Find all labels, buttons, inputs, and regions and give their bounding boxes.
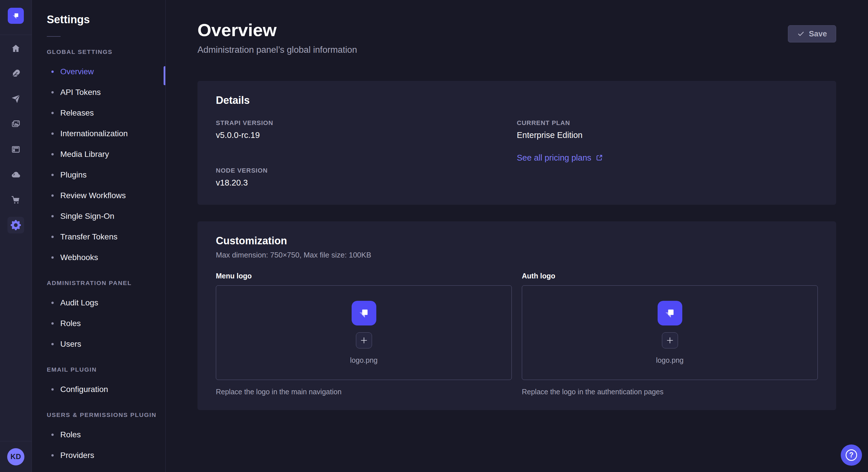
menu-logo-label: Menu logo [216, 271, 512, 280]
bullet-icon [51, 215, 54, 217]
section-label: USERS & PERMISSIONS PLUGIN [47, 411, 165, 419]
cart-icon [11, 195, 21, 205]
details-grid: STRAPI VERSION v5.0.0-rc.19 NODE VERSION… [216, 119, 818, 188]
subnav-item-api-tokens[interactable]: API Tokens [32, 82, 165, 103]
page-header-text: Overview Administration panel’s global i… [197, 21, 357, 56]
customization-subtitle: Max dimension: 750×750, Max file size: 1… [216, 250, 818, 260]
nav-cloud-button[interactable] [7, 166, 24, 183]
page-subtitle: Administration panel’s global informatio… [197, 44, 357, 56]
external-link-icon [595, 154, 603, 162]
section-global-settings: GLOBAL SETTINGS Overview API Tokens Rele… [32, 48, 165, 268]
customization-card: Customization Max dimension: 750×750, Ma… [197, 222, 836, 410]
section-email-plugin: EMAIL PLUGIN Configuration [32, 366, 165, 400]
details-right-column: CURRENT PLAN Enterprise Edition See all … [517, 119, 818, 188]
active-item-indicator [164, 66, 165, 85]
bullet-icon [51, 133, 54, 135]
strapi-logo-icon [663, 306, 677, 320]
bullet-icon [51, 256, 54, 259]
bullet-icon [51, 153, 54, 156]
page-title: Overview [197, 21, 357, 40]
section-users-permissions-plugin: USERS & PERMISSIONS PLUGIN Roles Provide… [32, 411, 165, 466]
nav-settings-button[interactable] [7, 217, 24, 233]
nav-icon-list [7, 35, 24, 242]
help-icon: ? [846, 449, 857, 461]
section-label: EMAIL PLUGIN [47, 366, 165, 373]
paper-plane-icon [11, 94, 21, 104]
bullet-icon [51, 174, 54, 176]
nav-content-manager-button[interactable] [7, 141, 24, 158]
section-label: GLOBAL SETTINGS [47, 48, 165, 56]
page-header: Overview Administration panel’s global i… [197, 21, 836, 56]
auth-logo-filename: logo.png [656, 356, 684, 365]
menu-logo-upload: Menu logo logo.png [216, 271, 512, 396]
section-label: ADMINISTRATION PANEL [47, 279, 165, 287]
auth-logo-upload: Auth logo logo.png [522, 271, 818, 396]
bullet-icon [51, 91, 54, 94]
nav-home-button[interactable] [7, 40, 24, 57]
strapi-version-field: STRAPI VERSION v5.0.0-rc.19 [216, 119, 517, 140]
home-icon [11, 43, 21, 53]
auth-logo-add-button[interactable] [662, 332, 678, 348]
nav-marketplace-button[interactable] [7, 192, 24, 208]
bullet-icon [51, 343, 54, 345]
settings-subnav: Settings GLOBAL SETTINGS Overview API To… [32, 0, 166, 472]
bullet-icon [51, 194, 54, 197]
subnav-item-webhooks[interactable]: Webhooks [32, 247, 165, 268]
strapi-logo[interactable] [8, 8, 24, 24]
details-card: Details STRAPI VERSION v5.0.0-rc.19 NODE… [197, 81, 836, 205]
subnav-item-review-workflows[interactable]: Review Workflows [32, 185, 165, 206]
subnav-item-media-library[interactable]: Media Library [32, 144, 165, 165]
plus-icon [360, 336, 368, 344]
nav-media-button[interactable] [7, 116, 24, 133]
avatar[interactable]: KD [7, 448, 24, 465]
nav-content-button[interactable] [7, 65, 24, 82]
customization-heading: Customization [216, 235, 818, 247]
bullet-icon [51, 112, 54, 114]
bullet-icon [51, 322, 54, 325]
bullet-icon [51, 71, 54, 73]
subnav-item-transfer-tokens[interactable]: Transfer Tokens [32, 227, 165, 247]
pricing-plans-link[interactable]: See all pricing plans [517, 153, 603, 163]
menu-logo-dropzone[interactable]: logo.png [216, 285, 512, 380]
feather-icon [11, 69, 21, 78]
main-content: Overview Administration panel’s global i… [166, 0, 868, 472]
subnav-item-overview[interactable]: Overview [32, 61, 165, 82]
node-version-field: NODE VERSION v18.20.3 [216, 167, 517, 188]
subnav-item-admin-roles[interactable]: Roles [32, 313, 165, 334]
strapi-logo-icon [11, 11, 21, 21]
help-button[interactable]: ? [841, 444, 862, 466]
subnav-title: Settings [47, 12, 165, 26]
nav-footer: KD [0, 441, 32, 472]
check-icon [797, 30, 805, 38]
bullet-icon [51, 236, 54, 238]
details-left-column: STRAPI VERSION v5.0.0-rc.19 NODE VERSION… [216, 119, 517, 188]
plus-icon [666, 336, 674, 344]
auth-logo-hint: Replace the logo in the authentication p… [522, 387, 818, 396]
customization-grid: Menu logo logo.png [216, 271, 818, 396]
auth-logo-dropzone[interactable]: logo.png [522, 285, 818, 380]
current-plan-field: CURRENT PLAN Enterprise Edition [517, 119, 818, 140]
bullet-icon [51, 388, 54, 391]
details-heading: Details [216, 94, 818, 107]
bullet-icon [51, 302, 54, 304]
subnav-item-up-providers[interactable]: Providers [32, 445, 165, 466]
menu-logo-add-button[interactable] [356, 332, 372, 348]
cloud-icon [11, 169, 21, 180]
save-button[interactable]: Save [788, 25, 836, 42]
subnav-item-email-configuration[interactable]: Configuration [32, 379, 165, 400]
nav-releases-button[interactable] [7, 91, 24, 107]
main-nav: KD [0, 0, 32, 472]
subnav-item-audit-logs[interactable]: Audit Logs [32, 293, 165, 313]
gear-icon [11, 220, 21, 230]
auth-logo-preview [658, 301, 682, 326]
subnav-item-single-sign-on[interactable]: Single Sign-On [32, 206, 165, 227]
subnav-item-plugins[interactable]: Plugins [32, 165, 165, 185]
subnav-item-internationalization[interactable]: Internationalization [32, 123, 165, 144]
menu-logo-preview [352, 301, 376, 326]
subnav-title-rule [47, 36, 61, 37]
subnav-item-up-roles[interactable]: Roles [32, 425, 165, 445]
subnav-item-admin-users[interactable]: Users [32, 334, 165, 355]
auth-logo-label: Auth logo [522, 271, 818, 280]
subnav-item-releases[interactable]: Releases [32, 103, 165, 123]
menu-logo-hint: Replace the logo in the main navigation [216, 387, 512, 396]
